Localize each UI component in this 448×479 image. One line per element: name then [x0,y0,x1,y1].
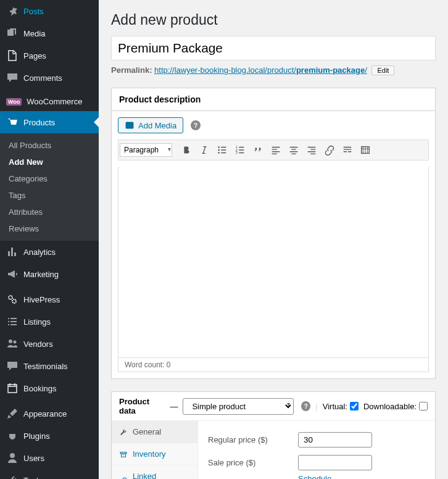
menu-hivepress[interactable]: HivePress [0,288,99,310]
virtual-checkbox[interactable] [350,402,359,410]
virtual-checkbox-label[interactable]: Virtual: [323,402,359,411]
menu-tools[interactable]: Tools [0,469,99,479]
menu-label: Comments [23,73,62,83]
inventory-icon [119,450,128,459]
media-icon [6,27,19,40]
svg-text:3: 3 [236,151,238,154]
brush-icon [6,407,19,420]
menu-users[interactable]: Users [0,447,99,469]
menu-products[interactable]: Products [0,111,99,133]
menu-label: Analytics [23,248,56,257]
svg-point-3 [14,341,17,344]
sale-price-input[interactable] [298,455,372,470]
menu-label: Bookings [23,384,56,393]
italic-button[interactable] [196,141,213,159]
submenu-categories[interactable]: Categories [0,170,99,187]
editor-textarea[interactable] [118,167,429,358]
toolbar-toggle-button[interactable] [357,141,374,159]
woo-icon: Woo [6,98,22,106]
menu-label: Marketing [23,270,59,279]
menu-comments[interactable]: Comments [0,67,99,89]
product-data-box: Product data — Simple product ? | Virtua… [111,391,436,479]
regular-price-input[interactable] [298,432,372,448]
word-count: Word count: 0 [118,358,429,372]
product-title-input[interactable] [111,36,436,60]
product-data-tabs: General Inventory Linked Products [112,421,198,479]
menu-bookings[interactable]: Bookings [0,377,99,399]
submenu-reviews[interactable]: Reviews [0,220,99,237]
page-icon [6,49,19,62]
quote-button[interactable] [249,141,267,159]
desc-header: Product description [112,88,435,111]
page-title: Add new product [111,6,436,31]
svg-point-1 [12,299,16,303]
submenu-tags[interactable]: Tags [0,187,99,204]
align-left-button[interactable] [267,141,284,159]
admin-sidebar: Posts Media Pages Comments WooWooCommerc… [0,0,99,479]
menu-analytics[interactable]: Analytics [0,241,99,263]
downloadable-checkbox-label[interactable]: Downloadable: [363,402,428,411]
schedule-link[interactable]: Schedule [298,474,331,479]
menu-label: Listings [23,317,51,327]
format-select[interactable]: Paragraph [120,143,172,157]
plug-icon [6,430,19,442]
menu-pages[interactable]: Pages [0,44,99,67]
wrench-icon [6,474,19,479]
regular-price-label: Regular price ($) [208,435,288,444]
tab-general[interactable]: General [112,421,197,443]
downloadable-checkbox[interactable] [419,402,428,410]
menu-label: Testimonials [23,362,68,371]
bold-button[interactable] [178,141,195,159]
menu-media[interactable]: Media [0,22,99,44]
megaphone-icon [6,268,19,280]
menu-appearance[interactable]: Appearance [0,402,99,425]
wrench-icon [119,428,128,436]
tab-linked[interactable]: Linked Products [112,465,197,479]
edit-slug-button[interactable]: Edit [371,65,394,75]
svg-point-7 [218,146,220,148]
menu-label: WooCommerce [27,97,82,106]
list-icon [6,315,19,328]
vendor-icon [6,338,19,350]
link-icon [119,477,128,479]
sale-price-label: Sale price ($) [208,458,288,467]
gear2-icon [6,293,19,306]
submenu-attributes[interactable]: Attributes [0,204,99,220]
svg-point-8 [218,149,220,151]
svg-point-0 [9,296,12,299]
align-right-button[interactable] [303,141,320,159]
add-media-button[interactable]: Add Media [118,117,183,133]
align-center-button[interactable] [285,141,302,159]
quote-icon [6,360,19,372]
user-icon [6,452,19,464]
submenu-all-products[interactable]: All Products [0,137,99,154]
permalink-link[interactable]: http://lawyer-booking-blog.local/product… [154,65,367,75]
chart-icon [6,246,19,258]
menu-label: Vendors [23,339,53,349]
add-media-label: Add Media [138,121,176,130]
main-content: Add new product Permalink: http://lawyer… [99,0,448,479]
help-icon[interactable]: ? [191,120,201,130]
tab-inventory[interactable]: Inventory [112,443,197,465]
menu-listings[interactable]: Listings [0,310,99,333]
product-type-select[interactable]: Simple product [183,398,294,415]
submenu-add-new[interactable]: Add New [0,154,99,170]
menu-plugins[interactable]: Plugins [0,425,99,447]
ol-button[interactable]: 123 [231,141,249,159]
help-icon[interactable]: ? [301,401,310,411]
menu-woocommerce[interactable]: WooWooCommerce [0,92,99,111]
menu-label: Posts [23,7,44,16]
menu-marketing[interactable]: Marketing [0,263,99,285]
menu-label: Users [23,454,44,463]
product-data-header: Product data — Simple product ? | Virtua… [112,392,435,421]
svg-point-4 [10,453,15,458]
link-button[interactable] [321,141,338,159]
ul-button[interactable] [214,141,231,159]
products-icon [6,116,19,128]
menu-testimonials[interactable]: Testimonials [0,355,99,377]
more-button[interactable] [339,141,356,159]
menu-vendors[interactable]: Vendors [0,333,99,355]
menu-label: HivePress [23,295,60,304]
menu-label: Media [23,29,45,38]
menu-posts[interactable]: Posts [0,0,99,22]
